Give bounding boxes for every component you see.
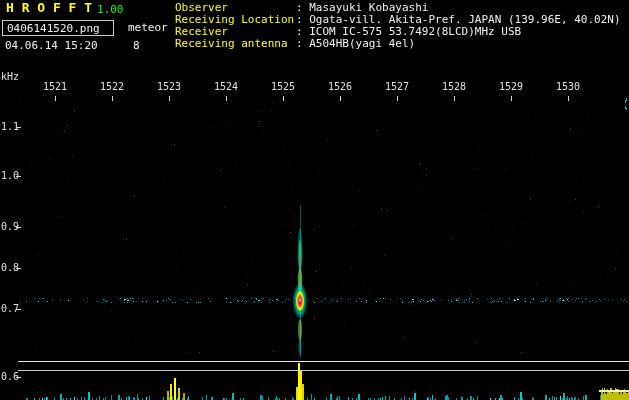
info-separator: : — [296, 38, 309, 50]
time-label: 1524 — [214, 81, 238, 93]
freq-unit-label: kHz — [1, 71, 19, 83]
station-info: Observer: Masayuki Kobayashi Receiving L… — [175, 2, 621, 50]
freq-label: 0.8 — [1, 262, 19, 274]
echo-count: 8 — [133, 40, 140, 52]
time-label: 1530 — [556, 81, 580, 93]
freq-label: 0.6 — [1, 371, 19, 383]
app-version: 1.00 — [97, 4, 124, 16]
time-label: 1528 — [442, 81, 466, 93]
app-title: H R O F F T — [6, 2, 92, 14]
time-label: 1522 — [100, 81, 124, 93]
info-label: Receiving antenna — [175, 38, 296, 50]
spectrogram-canvas — [0, 0, 629, 400]
time-label: 1529 — [499, 81, 523, 93]
freq-label: 1.1 — [1, 121, 19, 133]
freq-label: 0.9 — [1, 221, 19, 233]
filename-label: 0406141520.png — [7, 22, 100, 35]
hrofft-screen: H R O F F T 1.00 0406141520.png meteor 0… — [0, 0, 629, 400]
time-label: 1526 — [328, 81, 352, 93]
time-label: 1527 — [385, 81, 409, 93]
time-label: 1521 — [43, 81, 67, 93]
freq-label: 1.0 — [1, 170, 19, 182]
info-row-antenna: Receiving antenna: A504HB(yagi 4el) — [175, 38, 621, 50]
datetime-label: 04.06.14 15:20 — [5, 40, 98, 52]
filename-box: 0406141520.png — [2, 20, 114, 36]
time-label: 1523 — [157, 81, 181, 93]
freq-label: 0.7 — [1, 303, 19, 315]
info-value: A504HB(yagi 4el) — [309, 38, 415, 50]
mode-label: meteor — [128, 22, 168, 34]
time-label: 1525 — [271, 81, 295, 93]
